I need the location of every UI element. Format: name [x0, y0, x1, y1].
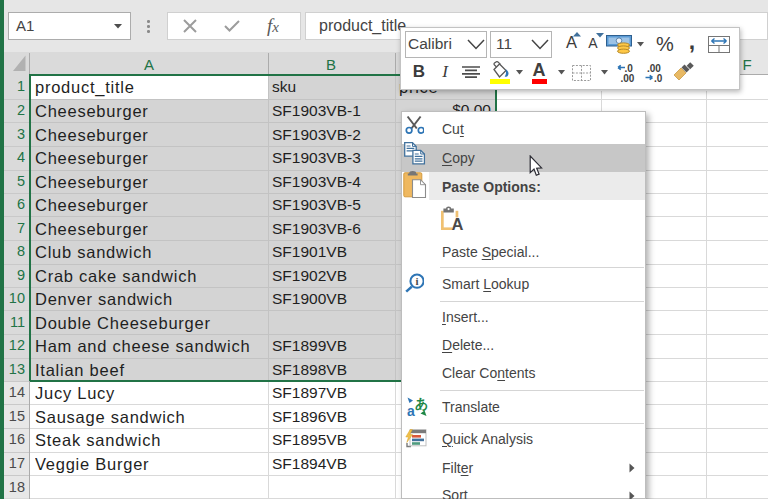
svg-text:A: A [451, 215, 463, 232]
svg-text:あ: あ [415, 396, 428, 411]
svg-text:i: i [415, 275, 418, 287]
svg-text:.00: .00 [621, 73, 635, 84]
svg-text:.0: .0 [654, 73, 663, 84]
svg-text:a: a [407, 403, 415, 418]
